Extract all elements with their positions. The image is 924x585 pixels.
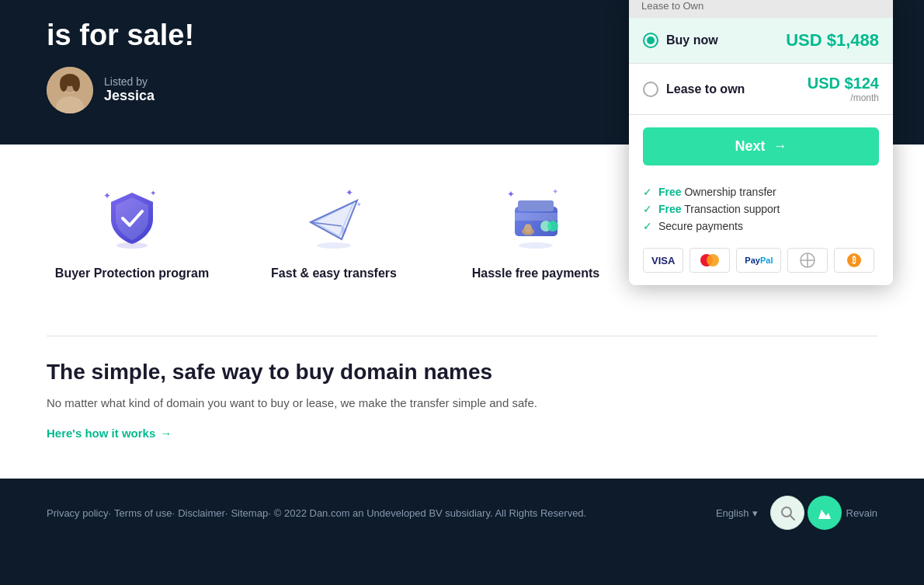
svg-point-35 [519, 242, 553, 249]
lease-option[interactable]: Lease to own USD $124 /month [629, 64, 893, 115]
footer-terms-link[interactable]: Terms of use [114, 507, 172, 519]
lease-price: USD $124 [808, 75, 879, 92]
chevron-down-icon: ▾ [752, 507, 758, 519]
feature-item-3: ✓ Secure payments [643, 220, 879, 232]
svg-point-8 [707, 254, 719, 266]
lease-label: Lease to own [666, 82, 745, 96]
feature-item-2: ✓ Free Transaction support [643, 203, 879, 215]
footer: Privacy policy · Terms of use · Disclaim… [0, 479, 924, 547]
listed-by-text: Listed by Jessica [104, 75, 155, 104]
avatar [47, 67, 93, 113]
svg-line-37 [790, 516, 794, 520]
footer-copyright: © 2022 Dan.com an Undeveloped BV subsidi… [274, 507, 586, 519]
lease-to-own-tab: Lease to Own [629, 0, 893, 18]
other-payment-badge [787, 248, 828, 273]
feature-card-transfers: ✦ ✦ Fast & easy transfers [248, 183, 419, 282]
next-button[interactable]: Next → [643, 127, 879, 165]
secure-payments-text: Secure payments [658, 220, 743, 232]
check-icon-1: ✓ [643, 186, 652, 198]
visa-badge: VISA [643, 248, 683, 273]
svg-text:·: · [156, 204, 158, 211]
lease-per-month: /month [808, 92, 879, 103]
feature-card-payments: ✦ ✦ [450, 183, 621, 282]
svg-point-34 [524, 224, 532, 233]
svg-point-36 [782, 507, 791, 517]
check-icon-3: ✓ [643, 220, 652, 232]
language-selector[interactable]: English ▾ [716, 507, 758, 519]
top-section: is for sale! Listed by Jessica [0, 0, 924, 145]
footer-disclaimer-link[interactable]: Disclaimer [178, 507, 225, 519]
feature-name-transfers: Fast & easy transfers [271, 266, 397, 282]
plane-icon: ✦ ✦ [299, 183, 369, 253]
feature-item-1: ✓ Free Ownership transfer [643, 186, 879, 198]
shield-icon: ✦ ✦ · [97, 183, 167, 253]
svg-text:✦: ✦ [552, 187, 558, 196]
buy-now-price: USD $1,488 [786, 30, 879, 50]
buy-now-radio[interactable] [643, 33, 658, 48]
svg-point-6 [72, 76, 80, 92]
simple-way-desc: No matter what kind of domain you want t… [47, 394, 877, 413]
svg-point-25 [317, 242, 351, 249]
wallet-icon: ✦ ✦ [501, 183, 571, 253]
revain-label: Revain [846, 507, 877, 519]
divider [47, 336, 877, 336]
buy-now-label: Buy now [666, 33, 718, 47]
svg-rect-29 [515, 213, 558, 221]
arrow-right-link-icon: → [160, 427, 172, 440]
lease-radio[interactable] [643, 82, 658, 97]
check-icon-2: ✓ [643, 203, 652, 215]
listed-by-name: Jessica [104, 88, 155, 104]
simple-way-section: The simple, safe way to buy domain names… [47, 360, 877, 440]
bitcoin-badge: ₿ [834, 248, 874, 273]
how-it-works-link[interactable]: Here's how it works → [47, 427, 877, 440]
arrow-right-icon: → [773, 138, 787, 155]
svg-rect-32 [518, 200, 554, 211]
paypal-badge: PayPal [736, 248, 781, 273]
svg-text:✦: ✦ [103, 190, 111, 201]
revain-search-icon [770, 496, 804, 530]
svg-point-5 [60, 76, 68, 92]
footer-privacy-link[interactable]: Privacy policy [47, 507, 108, 519]
revain-icon[interactable] [808, 496, 842, 530]
feature-card-protection: ✦ ✦ · [47, 183, 217, 282]
footer-right: English ▾ Revain [716, 496, 877, 530]
svg-text:✦: ✦ [150, 189, 156, 197]
buy-now-option[interactable]: Buy now USD $1,488 [629, 18, 893, 64]
mastercard-badge [690, 248, 730, 273]
svg-point-17 [116, 242, 148, 249]
feature-name-payments: Hassle free payments [472, 266, 600, 282]
svg-text:₿: ₿ [852, 256, 856, 265]
listed-by-label: Listed by [104, 75, 155, 88]
footer-links: Privacy policy · Terms of use · Disclaim… [47, 507, 589, 519]
payment-methods: VISA PayPal [629, 248, 893, 285]
svg-point-31 [547, 221, 558, 232]
purchase-card: Lease to Own Buy now USD $1,488 Lease to… [629, 0, 893, 285]
svg-text:✦: ✦ [507, 189, 515, 200]
feature-name-protection: Buyer Protection program [55, 266, 209, 282]
features-list: ✓ Free Ownership transfer ✓ Free Transac… [629, 178, 893, 248]
simple-way-title: The simple, safe way to buy domain names [47, 360, 877, 385]
svg-text:✦: ✦ [346, 187, 353, 198]
revain-chat[interactable]: Revain [770, 496, 877, 530]
footer-sitemap-link[interactable]: Sitemap [231, 507, 268, 519]
